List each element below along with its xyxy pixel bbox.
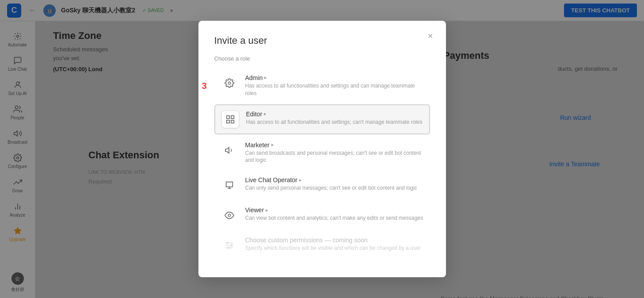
custom-permissions-desc: Specify which functions will be visible … — [245, 245, 424, 252]
viewer-name: Viewer ▸ — [245, 206, 424, 214]
viewer-info: Viewer ▸ Can view bot content and analyt… — [245, 206, 424, 222]
livechat-operator-info: Live Chat Operator ▸ Can only send perso… — [245, 176, 424, 192]
livechat-operator-name: Live Chat Operator ▸ — [245, 176, 424, 183]
role-item-editor[interactable]: Editor ▸ Has access to all functionaliti… — [214, 104, 430, 134]
svg-point-20 — [230, 245, 232, 246]
custom-permissions-icon — [221, 237, 238, 254]
svg-rect-12 — [231, 120, 233, 122]
role-item-livechat[interactable]: Live Chat Operator ▸ Can only send perso… — [214, 171, 430, 199]
livechat-operator-desc: Can only send personal messages; can't s… — [245, 184, 424, 192]
role-item-marketer[interactable]: Marketer ▸ Can send broadcasts and perso… — [214, 136, 430, 170]
role-item-viewer[interactable]: Viewer ▸ Can view bot content and analyt… — [214, 201, 430, 229]
svg-rect-13 — [226, 120, 229, 122]
svg-rect-11 — [231, 115, 233, 118]
viewer-icon — [221, 206, 238, 224]
svg-point-21 — [228, 247, 229, 249]
marketer-icon — [221, 141, 238, 159]
viewer-desc: Can view bot content and analytics; can'… — [245, 214, 424, 222]
livechat-operator-icon — [221, 176, 238, 194]
editor-info: Editor ▸ Has access to all functionaliti… — [246, 111, 423, 126]
admin-desc: Has access to all functionalities and se… — [245, 82, 424, 97]
role-item-custom: Choose custom permissions — coming soon … — [214, 231, 430, 260]
modal-overlay[interactable]: Invite a user × Choose a role 3 Admin ▸ … — [0, 0, 644, 298]
choose-role-label: Choose a role — [214, 55, 430, 62]
editor-name: Editor ▸ — [246, 111, 423, 118]
custom-permissions-info: Choose custom permissions — coming soon … — [245, 237, 424, 252]
svg-point-15 — [228, 214, 231, 217]
role-number-badge: 3 — [202, 80, 207, 91]
svg-marker-14 — [225, 147, 229, 153]
marketer-name: Marketer ▸ — [245, 141, 424, 149]
svg-point-19 — [226, 242, 228, 244]
admin-name: Admin ▸ — [245, 74, 424, 81]
admin-icon — [221, 74, 238, 92]
custom-permissions-name: Choose custom permissions — coming soon — [245, 237, 424, 244]
modal-close-button[interactable]: × — [424, 30, 437, 43]
editor-desc: Has access to all functionalities and se… — [246, 118, 423, 126]
editor-icon — [221, 111, 239, 128]
marketer-desc: Can send broadcasts and personal message… — [245, 149, 424, 164]
marketer-info: Marketer ▸ Can send broadcasts and perso… — [245, 141, 424, 164]
invite-user-modal: Invite a user × Choose a role 3 Admin ▸ … — [198, 21, 446, 277]
admin-info: Admin ▸ Has access to all functionalitie… — [245, 74, 424, 97]
role-item-admin[interactable]: 3 Admin ▸ Has access to all functionalit… — [214, 69, 430, 103]
svg-rect-10 — [226, 115, 229, 118]
svg-point-9 — [228, 82, 231, 84]
modal-title: Invite a user — [214, 35, 430, 46]
